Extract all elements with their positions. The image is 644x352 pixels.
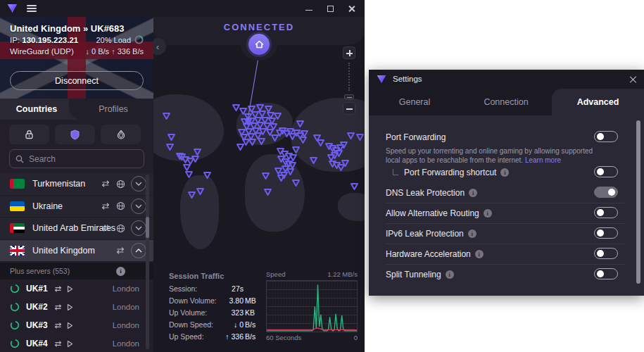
expand-country-button[interactable] bbox=[131, 199, 146, 214]
server-row-uk2[interactable]: UK#2 London bbox=[0, 298, 153, 316]
server-marker[interactable] bbox=[309, 155, 318, 168]
server-marker[interactable] bbox=[184, 169, 194, 182]
connection-rates: ↓ 0 B/s ↑ 336 B/s bbox=[85, 47, 144, 56]
speed-chart-lines bbox=[267, 281, 357, 332]
download-speed-line bbox=[267, 284, 357, 331]
settings-tab-general[interactable]: General bbox=[369, 89, 460, 115]
settings-window: Settings General Connection Advanced Por… bbox=[369, 70, 644, 296]
sidebar-scrollbar-thumb[interactable] bbox=[146, 217, 149, 238]
setting-ipv6-leak-protection: IPv6 Leak Protection i bbox=[386, 227, 625, 241]
hardware-acceleration-toggle[interactable] bbox=[594, 248, 618, 259]
info-icon[interactable]: i bbox=[116, 267, 125, 276]
port-forwarding-shortcut-toggle[interactable] bbox=[594, 166, 618, 177]
country-list: Turkmenistan bbox=[0, 173, 153, 262]
maximize-button[interactable] bbox=[320, 0, 341, 17]
sidebar-scrollbar[interactable] bbox=[146, 175, 149, 349]
server-row-uk3[interactable]: UK#3 London bbox=[0, 316, 153, 334]
server-marker[interactable] bbox=[257, 136, 266, 149]
server-marker[interactable] bbox=[162, 111, 171, 123]
info-icon[interactable]: i bbox=[446, 270, 454, 279]
minimize-button[interactable] bbox=[298, 0, 320, 17]
tab-countries[interactable]: Countries bbox=[0, 99, 73, 120]
server-marker[interactable] bbox=[346, 130, 355, 143]
streaming-play-icon bbox=[67, 303, 73, 311]
connected-server-marker[interactable] bbox=[244, 116, 253, 129]
ukraine-flag-icon bbox=[10, 201, 25, 211]
server-marker[interactable] bbox=[261, 170, 270, 183]
ip-label: IP: bbox=[10, 36, 20, 44]
home-icon bbox=[255, 40, 264, 49]
server-marker[interactable] bbox=[355, 132, 365, 144]
home-pin-button[interactable] bbox=[248, 34, 270, 55]
p2p-swap-icon bbox=[115, 246, 125, 255]
settings-scrollbar[interactable] bbox=[636, 120, 640, 289]
server-marker[interactable] bbox=[291, 177, 301, 190]
server-name: UK#2 bbox=[26, 302, 48, 312]
secure-core-filter-button[interactable] bbox=[9, 125, 49, 144]
server-row-uk1[interactable]: UK#1 London bbox=[0, 279, 153, 298]
setting-split-tunneling: Split Tunneling i bbox=[386, 268, 625, 282]
allow-alternative-routing-toggle[interactable] bbox=[594, 207, 618, 218]
tab-profiles[interactable]: Profiles bbox=[73, 99, 153, 120]
server-marker[interactable] bbox=[248, 137, 257, 149]
disconnect-button[interactable]: Disconnect bbox=[10, 71, 144, 90]
info-icon[interactable]: i bbox=[500, 168, 509, 177]
toggle-knob bbox=[597, 133, 604, 140]
info-icon[interactable]: i bbox=[484, 209, 492, 218]
world-map[interactable]: CONNECTED ‹ Session Traffic Session: 27s… bbox=[153, 17, 365, 352]
dns-leak-protection-toggle[interactable] bbox=[594, 187, 618, 198]
close-button[interactable] bbox=[341, 0, 362, 17]
search-input[interactable] bbox=[29, 154, 127, 164]
tor-filter-button[interactable] bbox=[101, 125, 141, 144]
p2p-swap-icon bbox=[101, 202, 111, 210]
vpn-main-window: United Kingdom » UK#683 IP: 130.195.223.… bbox=[0, 0, 365, 352]
server-marker[interactable] bbox=[165, 142, 175, 154]
server-marker[interactable] bbox=[298, 134, 308, 147]
info-icon[interactable]: i bbox=[469, 189, 477, 197]
country-row-ukraine[interactable]: Ukraine bbox=[0, 196, 153, 218]
server-marker[interactable] bbox=[203, 170, 212, 182]
settings-tab-advanced[interactable]: Advanced bbox=[552, 89, 644, 115]
expand-country-button[interactable] bbox=[131, 220, 146, 236]
server-marker[interactable] bbox=[263, 187, 272, 199]
server-marker[interactable] bbox=[177, 151, 187, 164]
uae-flag-icon bbox=[10, 223, 25, 233]
expand-country-button[interactable] bbox=[131, 176, 146, 191]
country-row-united-kingdom[interactable]: United Kingdom bbox=[0, 240, 153, 263]
zoom-in-button[interactable] bbox=[343, 46, 355, 59]
server-row-uk4[interactable]: UK#4 London bbox=[0, 334, 153, 352]
settings-close-button[interactable] bbox=[629, 75, 637, 84]
session-traffic-panel: Session Traffic Session: 27s Down Volume… bbox=[162, 266, 363, 347]
menu-hamburger-icon[interactable] bbox=[27, 5, 37, 12]
server-marker[interactable] bbox=[193, 146, 202, 159]
settings-tab-connection[interactable]: Connection bbox=[460, 89, 552, 115]
speed-chart-title: Speed bbox=[266, 270, 285, 278]
zoom-slider-handle[interactable] bbox=[344, 94, 354, 99]
setting-dns-leak-protection: DNS Leak Protection i bbox=[386, 187, 625, 201]
close-icon bbox=[348, 5, 355, 13]
server-marker[interactable] bbox=[236, 142, 245, 154]
connection-card: United Kingdom » UK#683 IP: 130.195.223.… bbox=[0, 17, 153, 99]
split-tunneling-toggle[interactable] bbox=[594, 268, 618, 279]
down-volume-label: Down Volume: bbox=[169, 296, 217, 305]
info-icon[interactable]: i bbox=[475, 250, 484, 258]
server-marker[interactable] bbox=[350, 181, 359, 194]
learn-more-link[interactable]: Learn more bbox=[525, 156, 561, 164]
zoom-slider-track[interactable] bbox=[348, 63, 350, 91]
ipv6-leak-protection-toggle[interactable] bbox=[594, 227, 618, 239]
country-row-turkmenistan[interactable]: Turkmenistan bbox=[0, 173, 153, 196]
settings-scrollbar-thumb[interactable] bbox=[636, 120, 640, 284]
port-forwarding-toggle[interactable] bbox=[594, 131, 618, 142]
server-marker[interactable] bbox=[196, 186, 205, 199]
p2p-filter-button[interactable] bbox=[55, 125, 95, 144]
server-marker[interactable] bbox=[341, 158, 350, 170]
collapse-country-button[interactable] bbox=[131, 243, 146, 258]
row-separator bbox=[386, 223, 625, 224]
info-icon[interactable]: i bbox=[468, 230, 476, 238]
plus-servers-header: Plus servers (553) i bbox=[0, 263, 153, 279]
toggle-knob bbox=[597, 168, 604, 175]
zoom-out-button[interactable] bbox=[343, 102, 355, 115]
collapse-sidebar-button[interactable]: ‹ bbox=[153, 38, 166, 55]
country-row-uae[interactable]: United Arab Emirates bbox=[0, 218, 153, 240]
p2p-swap-icon bbox=[53, 285, 63, 293]
